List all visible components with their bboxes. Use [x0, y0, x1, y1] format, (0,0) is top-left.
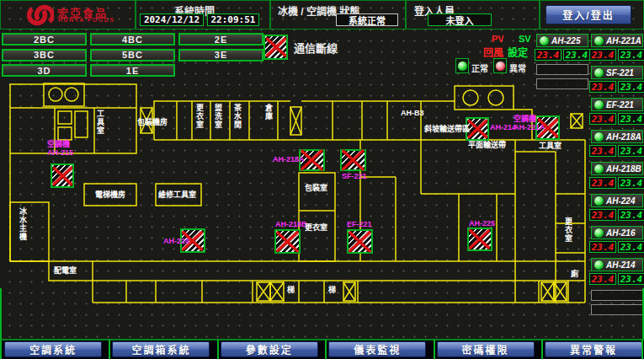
comm-loss-marker-ah-218b[interactable] [274, 229, 301, 254]
equip-button-ah-221a[interactable]: AH-221A [591, 34, 643, 47]
login-logout-button[interactable]: 登入/登出 [546, 5, 631, 24]
equip-button-ah-218a[interactable]: AH-218A [591, 130, 643, 143]
empty-slot [591, 304, 643, 315]
equip-name: AH-218B [606, 164, 641, 174]
normal-legend-label: 正常 [471, 62, 488, 74]
hmi-screen: { "header": { "logo_title": "宏亞食品", "log… [0, 0, 644, 359]
system-time-value: 22:09:51 [207, 13, 259, 26]
pv-value: 23.4 [589, 49, 616, 61]
empty-slot [536, 64, 588, 75]
room-label: 梯 [328, 286, 336, 294]
system-date-value: 2024/12/12 [140, 13, 204, 26]
equip-button-ah-224[interactable]: AH-224 [591, 194, 643, 207]
bottom-nav-4[interactable]: 密碼權限 [437, 341, 535, 357]
bottom-nav-separator [641, 340, 643, 359]
bottom-nav-2[interactable]: 參數設定 [221, 341, 318, 357]
equip-button-ah-218b[interactable]: AH-218B [591, 162, 643, 175]
room-label: 維修工具室 [158, 190, 196, 199]
room-label: 茶水間 [233, 104, 242, 129]
sv-value: 23.4 [618, 209, 644, 221]
device-label-ah-215: 空調機 AH-215 [47, 140, 73, 157]
sv-legend-label: SV [519, 34, 531, 44]
status-led-icon [593, 228, 604, 238]
sv-value: 23.4 [618, 145, 644, 157]
floor-button-3d[interactable]: 3D [2, 64, 87, 77]
floor-button-5bc[interactable]: 5BC [90, 49, 175, 62]
comm-loss-legend-label: 通信斷線 [294, 40, 338, 56]
room-label: 斜坡輸送帶區 [424, 125, 470, 133]
empty-slot [591, 290, 643, 301]
room-label: 更衣室 [564, 217, 572, 243]
normal-led-icon [457, 61, 468, 72]
floor-button-2e[interactable]: 2E [178, 33, 263, 46]
floor-button-4bc[interactable]: 4BC [90, 33, 175, 46]
equip-button-sf-221[interactable]: SF-221 [591, 66, 643, 79]
bottom-nav-separator [0, 340, 2, 359]
status-led-icon [593, 260, 604, 271]
equip-name: AH-224 [606, 196, 635, 206]
bottom-nav-separator [217, 340, 219, 359]
status-led-icon [593, 35, 604, 46]
equip-button-ah-214[interactable]: AH-214 [591, 258, 643, 271]
equip-name: AH-221A [606, 36, 641, 46]
bottom-nav-3[interactable]: 儀表監視 [328, 341, 426, 357]
device-label-ef-221: EF-221 [347, 220, 372, 228]
bottom-nav-5[interactable]: 異常警報 [545, 341, 642, 357]
equip-button-ah-216[interactable]: AH-216 [591, 226, 643, 239]
status-led-icon [593, 99, 604, 110]
comm-loss-marker-ah-225[interactable] [467, 228, 492, 251]
floor-button-1e[interactable]: 1E [90, 64, 175, 77]
sv-value: 23.4 [618, 177, 644, 189]
floor-button-3e[interactable]: 3E [178, 49, 263, 62]
pv-legend-label: PV [492, 34, 504, 44]
sv-value: 23.4 [618, 81, 644, 93]
room-label: 工具室 [96, 110, 104, 135]
room-label: 包裝機房 [137, 118, 168, 126]
machine-status-value: 系統正常 [336, 13, 398, 26]
pv-value: 23.4 [589, 209, 616, 221]
device-label-ah-214: AH-214 [490, 123, 516, 131]
bottom-nav-0[interactable]: 空調系統 [4, 341, 102, 357]
floor-button-3bc[interactable]: 3BC [2, 49, 87, 62]
device-label-ah-218a: AH-218A [273, 155, 305, 163]
bottom-nav-1[interactable]: 空調箱系統 [112, 341, 210, 357]
room-label: 冰水主機 [19, 207, 27, 241]
sv-value: 23.4 [618, 49, 644, 61]
device-label-ah-218b: AH-218B [275, 220, 307, 228]
equip-name: AH-225 [551, 36, 580, 46]
pv-value: 23.4 [589, 241, 616, 253]
equip-values-ah-218a: 23.423.4 [589, 145, 644, 157]
room-label: 更衣室 [195, 104, 204, 129]
status-led-icon [539, 35, 550, 46]
device-label-ah-225: AH-225 [469, 219, 495, 228]
equip-name: EF-221 [606, 100, 634, 110]
status-led-icon [593, 196, 604, 206]
equip-button-ef-221[interactable]: EF-221 [591, 98, 643, 111]
room-label: 梯 [287, 286, 295, 294]
comm-loss-legend-icon [263, 35, 288, 60]
comm-loss-marker-ah-215[interactable] [51, 163, 74, 188]
normal-led-box [455, 58, 469, 73]
floor-button-2bc[interactable]: 2BC [2, 33, 87, 46]
sv-value: 23.4 [618, 241, 644, 253]
equip-values-sf-221: 23.423.4 [589, 81, 644, 93]
pv-value: 23.4 [535, 49, 562, 61]
pv-value: 23.4 [589, 145, 616, 157]
device-label-ah-224: AH-224 [163, 237, 189, 245]
comm-loss-marker-ef-221[interactable] [347, 229, 373, 254]
room-label: 盥洗室 [214, 104, 222, 129]
room-label: 工具室 [539, 142, 562, 150]
equip-name: SF-221 [606, 68, 634, 78]
comm-loss-marker-sf-221[interactable] [340, 149, 366, 171]
equip-name: AH-216 [606, 228, 635, 238]
empty-slot [536, 78, 588, 89]
room-label: 倉庫 [264, 104, 273, 121]
equip-button-ah-225[interactable]: AH-225 [536, 34, 588, 47]
abnormal-led-icon [495, 61, 506, 72]
pv-value: 23.4 [589, 273, 616, 285]
setpoint-legend-label: 設定 [508, 45, 528, 59]
login-status-value: 未登入 [428, 13, 492, 26]
status-led-icon [593, 131, 604, 142]
device-label-ah-221a: 空調機 AH-221A [514, 115, 546, 131]
room-label: 電梯機房 [95, 190, 125, 199]
